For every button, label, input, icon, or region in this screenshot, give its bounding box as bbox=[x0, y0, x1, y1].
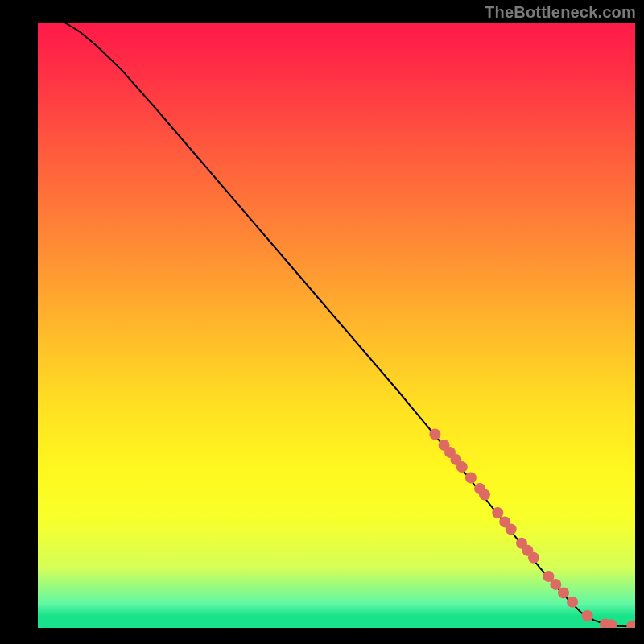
data-point bbox=[550, 579, 561, 590]
data-point bbox=[479, 489, 490, 501]
data-point bbox=[582, 610, 593, 621]
data-point bbox=[626, 621, 635, 628]
bottleneck-curve bbox=[64, 23, 635, 627]
plot-svg bbox=[38, 23, 635, 628]
data-point bbox=[528, 552, 539, 564]
data-point bbox=[492, 507, 503, 518]
data-point bbox=[456, 461, 468, 473]
data-point bbox=[558, 587, 569, 598]
plot-area bbox=[38, 23, 635, 628]
chart-frame: TheBottleneck.com bbox=[0, 0, 644, 644]
data-point bbox=[429, 428, 440, 440]
data-point bbox=[465, 473, 477, 484]
data-point bbox=[567, 597, 578, 608]
data-point bbox=[506, 523, 517, 535]
marked-points-group bbox=[429, 428, 635, 628]
watermark-text: TheBottleneck.com bbox=[485, 3, 636, 22]
